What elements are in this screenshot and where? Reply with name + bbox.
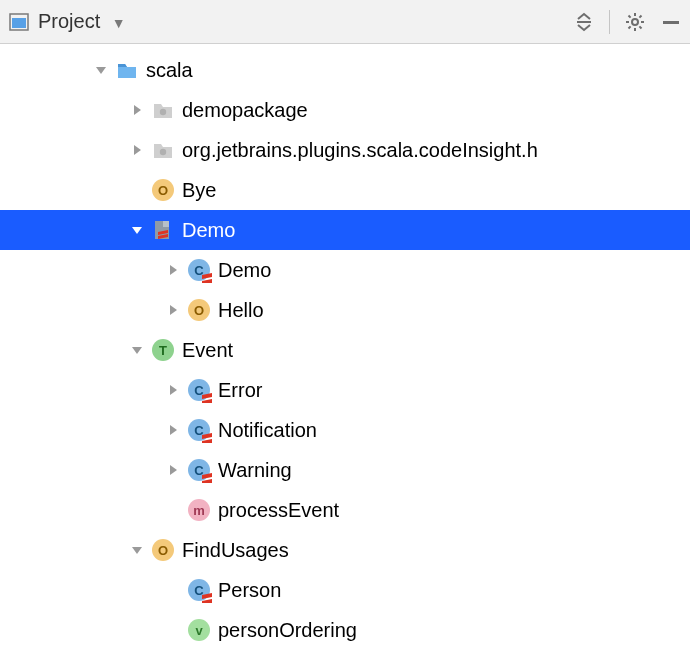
- tree-row[interactable]: OHello: [0, 290, 690, 330]
- chevron-down-icon[interactable]: [124, 537, 150, 563]
- svg-line-9: [639, 26, 641, 28]
- tree-item-label: Error: [218, 379, 262, 402]
- tree-row[interactable]: demopackage: [0, 90, 690, 130]
- val-icon: v: [186, 617, 212, 643]
- chevron-right-icon[interactable]: [160, 257, 186, 283]
- tree-row[interactable]: mprocessEvent: [0, 490, 690, 530]
- tree-row[interactable]: CWarning: [0, 450, 690, 490]
- chevron-right-icon[interactable]: [124, 97, 150, 123]
- scala-file-icon: [150, 217, 176, 243]
- chevron-right-icon[interactable]: [160, 417, 186, 443]
- chevron-right-icon[interactable]: [160, 457, 186, 483]
- tree-item-label: Notification: [218, 419, 317, 442]
- method-icon: m: [186, 497, 212, 523]
- svg-rect-16: [163, 221, 169, 227]
- class-scala-icon: C: [186, 457, 212, 483]
- tree-item-label: scala: [146, 59, 193, 82]
- tree-item-label: processEvent: [218, 499, 339, 522]
- object-icon: O: [150, 537, 176, 563]
- minimize-icon[interactable]: [660, 11, 682, 33]
- object-icon: O: [186, 297, 212, 323]
- object-icon: O: [150, 177, 176, 203]
- tree-row[interactable]: CError: [0, 370, 690, 410]
- svg-line-10: [629, 26, 631, 28]
- tree-item-label: demopackage: [182, 99, 308, 122]
- tree-row[interactable]: TEvent: [0, 330, 690, 370]
- chevron-down-icon[interactable]: [124, 337, 150, 363]
- project-tree[interactable]: scala demopackage org.jetbrains.plugins.…: [0, 44, 690, 650]
- tree-row[interactable]: scala: [0, 50, 690, 90]
- chevron-down-icon[interactable]: [124, 217, 150, 243]
- class-scala-icon: C: [186, 577, 212, 603]
- tree-item-label: FindUsages: [182, 539, 289, 562]
- svg-rect-1: [12, 18, 26, 28]
- separator: [609, 10, 610, 34]
- chevron-right-icon[interactable]: [160, 377, 186, 403]
- tree-row[interactable]: OBye: [0, 170, 690, 210]
- tree-row[interactable]: CPerson: [0, 570, 690, 610]
- svg-line-11: [639, 15, 641, 17]
- chevron-right-icon[interactable]: [160, 297, 186, 323]
- project-view-icon: [8, 11, 30, 33]
- class-scala-icon: C: [186, 257, 212, 283]
- package-icon: [150, 97, 176, 123]
- tree-row[interactable]: CNotification: [0, 410, 690, 450]
- svg-rect-12: [663, 21, 679, 24]
- tree-item-label: Hello: [218, 299, 264, 322]
- package-icon: [150, 137, 176, 163]
- tree-item-label: Person: [218, 579, 281, 602]
- svg-point-13: [160, 109, 166, 115]
- tree-item-label: Warning: [218, 459, 292, 482]
- chevron-down-icon: ▼: [112, 15, 126, 31]
- svg-rect-2: [577, 21, 591, 23]
- tree-item-label: Demo: [218, 259, 271, 282]
- tree-item-label: Demo: [182, 219, 235, 242]
- tree-row[interactable]: vpersonOrdering: [0, 610, 690, 650]
- tree-row[interactable]: org.jetbrains.plugins.scala.codeInsight.…: [0, 130, 690, 170]
- view-selector[interactable]: Project ▼: [38, 10, 126, 33]
- tree-item-label: org.jetbrains.plugins.scala.codeInsight.…: [182, 139, 538, 162]
- class-scala-icon: C: [186, 417, 212, 443]
- tree-row[interactable]: OFindUsages: [0, 530, 690, 570]
- toolbar: Project ▼: [0, 0, 690, 44]
- chevron-right-icon[interactable]: [124, 137, 150, 163]
- class-scala-icon: C: [186, 377, 212, 403]
- svg-point-14: [160, 149, 166, 155]
- svg-line-8: [629, 15, 631, 17]
- tree-item-label: Bye: [182, 179, 216, 202]
- trait-icon: T: [150, 337, 176, 363]
- scroll-from-source-icon[interactable]: [573, 11, 595, 33]
- chevron-down-icon[interactable]: [88, 57, 114, 83]
- folder-icon: [114, 57, 140, 83]
- tree-row[interactable]: Demo: [0, 210, 690, 250]
- tree-item-label: Event: [182, 339, 233, 362]
- tree-row[interactable]: CDemo: [0, 250, 690, 290]
- svg-point-3: [632, 19, 638, 25]
- tree-item-label: personOrdering: [218, 619, 357, 642]
- gear-icon[interactable]: [624, 11, 646, 33]
- view-label: Project: [38, 10, 100, 32]
